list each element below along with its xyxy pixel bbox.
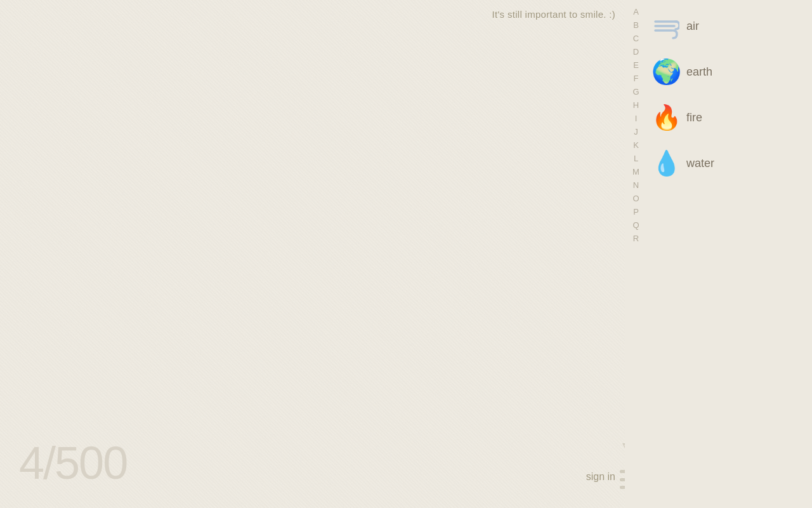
alpha-letter-j[interactable]: J [634, 125, 638, 138]
element-item-earth[interactable]: 🌍earth [647, 49, 812, 95]
element-item-air[interactable]: air [647, 3, 812, 49]
water-icon: 💧 [650, 147, 683, 180]
element-item-water[interactable]: 💧water [647, 140, 812, 186]
fire-label: fire [686, 111, 702, 124]
alpha-letter-l[interactable]: L [634, 152, 638, 165]
alpha-letter-n[interactable]: N [633, 178, 639, 192]
alpha-letter-a[interactable]: A [633, 5, 639, 18]
alpha-letter-k[interactable]: K [633, 138, 639, 152]
counter: 4/500 [19, 437, 127, 489]
earth-icon: 🌍 [650, 55, 683, 88]
alpha-letter-p[interactable]: P [633, 205, 639, 218]
earth-label: earth [686, 65, 712, 79]
alpha-letter-q[interactable]: Q [632, 218, 639, 232]
alpha-letter-e[interactable]: E [633, 58, 639, 72]
alpha-letter-f[interactable]: F [634, 72, 639, 85]
water-label: water [686, 157, 714, 170]
alpha-letter-d[interactable]: D [633, 45, 639, 58]
tagline: It's still important to smile. :) [492, 9, 615, 20]
elements-list: air🌍earth🔥fire💧water [647, 0, 812, 508]
alpha-letter-h[interactable]: H [633, 98, 639, 112]
alpha-letter-b[interactable]: B [633, 18, 639, 32]
alpha-letter-r[interactable]: R [633, 232, 639, 245]
alpha-letter-i[interactable]: I [635, 112, 638, 125]
alpha-letter-g[interactable]: G [632, 85, 639, 98]
sign-in-button[interactable]: sign in [586, 471, 615, 483]
alpha-letter-o[interactable]: O [632, 192, 639, 205]
air-icon [650, 10, 683, 43]
element-item-fire[interactable]: 🔥fire [647, 95, 812, 140]
air-label: air [686, 20, 699, 33]
right-panel: ABCDEFGHIJKLMNOPQR air🌍earth🔥fire💧water [625, 0, 812, 508]
alpha-letter-m[interactable]: M [632, 165, 639, 178]
fire-icon: 🔥 [650, 101, 683, 134]
alpha-letter-c[interactable]: C [633, 32, 639, 45]
alphabet-sidebar: ABCDEFGHIJKLMNOPQR [625, 0, 647, 508]
